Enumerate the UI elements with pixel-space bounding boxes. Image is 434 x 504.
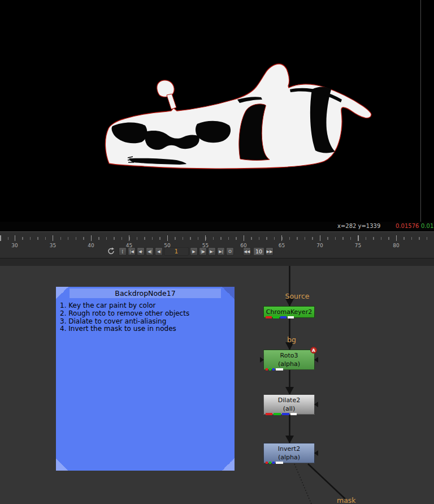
jump-forward-button[interactable]: ▶▶: [266, 247, 274, 256]
mask-input-arrow-icon[interactable]: [314, 450, 318, 456]
panel-divider[interactable]: [0, 258, 434, 266]
channel-chips: [266, 413, 298, 415]
viewer-canvas[interactable]: [0, 0, 434, 222]
node-title: Roto3: [264, 352, 314, 360]
node-roto3[interactable]: Roto3 (alpha) A: [263, 350, 315, 370]
frame-increment-field[interactable]: 10: [253, 247, 264, 256]
ruler-tick-label: 70: [316, 243, 323, 248]
node-channel-label: (alpha): [264, 454, 314, 462]
car-matte-image: [0, 0, 434, 222]
backdrop-notes: 1. Key the car paint by color2. Rough ro…: [60, 302, 231, 333]
node-title: Invert2: [264, 445, 314, 454]
ruler-tick-label: 65: [279, 243, 285, 248]
backdrop-corner: [222, 287, 235, 299]
backdrop-corner: [56, 458, 68, 471]
backdrop-note-line: 2. Rough roto to remove other objects: [60, 310, 231, 318]
image-format-edge-line: [420, 0, 421, 222]
transport-button[interactable]: |▶: [199, 247, 207, 256]
alpha-badge: A: [310, 347, 317, 354]
frame-increment-group: ◀◀ 10 ▶▶: [243, 247, 275, 256]
transport-button[interactable]: [: [119, 247, 127, 256]
backdrop-note-line: 1. Key the car paint by color: [60, 302, 231, 310]
wire-label-mask: mask: [337, 496, 356, 504]
transport-button[interactable]: O: [226, 247, 234, 256]
ruler-tick-label: 80: [393, 243, 399, 248]
node-dilate2[interactable]: Dilate2 (all): [263, 394, 315, 415]
wire-label-source: Source: [285, 292, 310, 300]
backdrop-title[interactable]: BackdropNode17: [70, 288, 221, 298]
backdrop-node[interactable]: BackdropNode17 1. Key the car paint by c…: [56, 287, 235, 471]
node-chromakeyer2[interactable]: ChromaKeyer2: [263, 306, 315, 318]
backdrop-corner: [56, 287, 68, 299]
transport-controls: [|◀◀·◀|◀ 1 ▶|▶▶·▶|O ◀◀ 10 ▶▶: [107, 247, 275, 256]
transport-button[interactable]: ◀: [155, 247, 163, 256]
node-channel-label: (all): [264, 405, 314, 413]
channel-chips: [266, 462, 284, 464]
jump-back-button[interactable]: ◀◀: [243, 247, 251, 256]
mask-input-arrow-icon[interactable]: [314, 402, 318, 407]
pixel-coordinates: x=282 y=1339: [337, 223, 380, 229]
transport-button[interactable]: ▶|: [217, 247, 225, 256]
loop-playback-icon[interactable]: [107, 247, 115, 255]
node-title: Dilate2: [264, 397, 314, 405]
pixel-sample-red: 0.01576: [396, 223, 419, 229]
node-invert2[interactable]: Invert2 (alpha): [263, 443, 315, 463]
ruler-tick-label: 35: [50, 243, 56, 248]
ruler-tick-label: 30: [11, 243, 18, 248]
backdrop-resize-corner[interactable]: [222, 458, 235, 471]
node-title: ChromaKeyer2: [266, 308, 312, 316]
backdrop-note-line: 4. Invert the mask to use in nodes: [60, 325, 231, 333]
ruler-tick-label: 40: [88, 243, 94, 248]
input-arrow-icon[interactable]: [260, 357, 264, 363]
transport-button[interactable]: |◀: [128, 247, 136, 256]
ruler-major-ticks: [0, 235, 434, 241]
node-channel-label: (alpha): [264, 360, 314, 369]
transport-button[interactable]: ◀·: [137, 247, 145, 256]
timeline-panel: 3035404550556065707580 [|◀◀·◀|◀ 1 ▶|▶▶·▶…: [0, 231, 434, 258]
transport-button[interactable]: ◀|: [146, 247, 154, 256]
current-frame-field[interactable]: 1: [164, 247, 189, 256]
wire-label-bg: bg: [287, 335, 296, 344]
ruler-tick-label: 75: [355, 243, 361, 248]
transport-button[interactable]: ▶·: [208, 247, 216, 256]
backdrop-note-line: 3. Dialate to cover anti-aliasing: [60, 318, 231, 326]
transport-button[interactable]: ▶: [190, 247, 198, 256]
pixel-sample-green: 0.0157: [421, 223, 434, 229]
viewer-status-bar: x=282 y=1339 0.01576 0.0157: [0, 222, 434, 231]
channel-chips: [266, 316, 295, 318]
mask-input-arrow-icon[interactable]: [314, 357, 318, 363]
node-graph-panel[interactable]: BackdropNode17 1. Key the car paint by c…: [0, 266, 434, 504]
channel-chips: [266, 368, 284, 371]
